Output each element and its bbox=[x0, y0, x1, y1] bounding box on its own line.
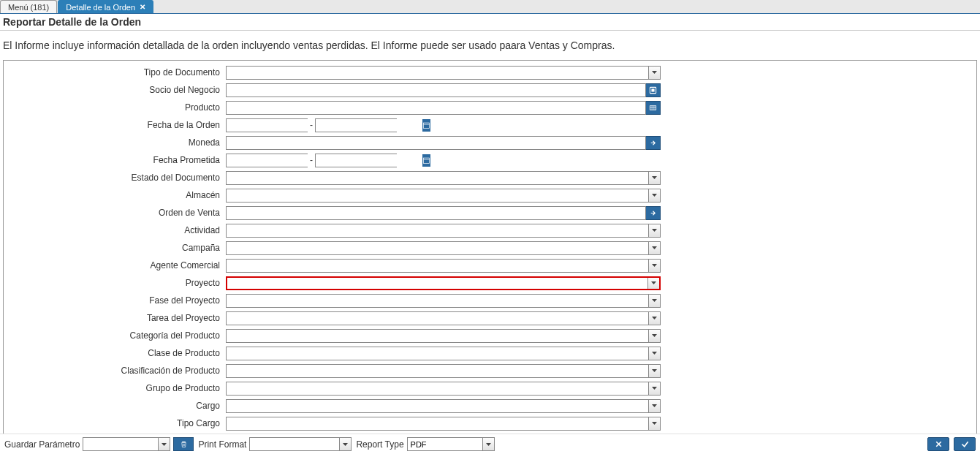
label-clasificacion-producto: Clasificación de Producto bbox=[10, 366, 226, 376]
label-producto: Producto bbox=[10, 102, 226, 113]
arrow-right-icon[interactable] bbox=[646, 136, 661, 150]
label-actividad: Actividad bbox=[10, 225, 226, 235]
chevron-down-icon[interactable] bbox=[648, 260, 660, 272]
tarea-proyecto-input[interactable] bbox=[227, 312, 648, 325]
proyecto-combo[interactable] bbox=[226, 276, 661, 290]
label-tipo-documento: Tipo de Documento bbox=[10, 67, 226, 77]
chevron-down-icon[interactable] bbox=[648, 417, 660, 430]
cargo-input[interactable] bbox=[227, 400, 648, 412]
guardar-parametro-combo[interactable] bbox=[83, 437, 170, 451]
chevron-down-icon[interactable] bbox=[648, 382, 660, 395]
categoria-producto-input[interactable] bbox=[227, 330, 648, 342]
campana-input[interactable] bbox=[227, 242, 648, 254]
producto-combo[interactable] bbox=[226, 101, 646, 115]
chevron-down-icon[interactable] bbox=[648, 400, 660, 412]
proyecto-input[interactable] bbox=[227, 278, 647, 289]
tab-label: Detalle de la Orden bbox=[66, 3, 135, 12]
chevron-down-icon[interactable] bbox=[647, 278, 659, 289]
calendar-icon[interactable] bbox=[422, 154, 430, 167]
actividad-combo[interactable] bbox=[226, 224, 661, 238]
ok-button[interactable] bbox=[954, 437, 976, 451]
svg-rect-12 bbox=[423, 158, 429, 164]
delete-button[interactable] bbox=[173, 437, 194, 451]
tipo-documento-input[interactable] bbox=[227, 67, 648, 79]
tab-label: Menú (181) bbox=[8, 3, 49, 12]
campana-combo[interactable] bbox=[226, 241, 661, 255]
moneda-input[interactable] bbox=[227, 137, 645, 149]
print-format-input[interactable] bbox=[250, 438, 339, 450]
bp-lookup-icon[interactable] bbox=[646, 83, 661, 97]
chevron-down-icon[interactable] bbox=[482, 438, 494, 450]
chevron-down-icon[interactable] bbox=[648, 67, 660, 79]
label-fecha-orden: Fecha de la Orden bbox=[10, 120, 226, 130]
label-categoria-producto: Categoría del Producto bbox=[10, 330, 226, 341]
print-format-combo[interactable] bbox=[249, 437, 352, 451]
grupo-producto-combo[interactable] bbox=[226, 382, 661, 396]
moneda-combo[interactable] bbox=[226, 136, 646, 150]
fase-proyecto-input[interactable] bbox=[227, 295, 648, 307]
label-moneda: Moneda bbox=[10, 137, 226, 148]
cargo-combo[interactable] bbox=[226, 399, 661, 413]
clasificacion-producto-input[interactable] bbox=[227, 365, 648, 377]
estado-documento-combo[interactable] bbox=[226, 171, 661, 185]
arrow-right-icon[interactable] bbox=[646, 206, 661, 220]
label-fase-proyecto: Fase del Proyecto bbox=[10, 295, 226, 306]
fecha-orden-to[interactable] bbox=[315, 118, 397, 132]
chevron-down-icon[interactable] bbox=[648, 295, 660, 307]
producto-input[interactable] bbox=[227, 102, 645, 114]
fecha-prometida-to-input[interactable] bbox=[316, 154, 422, 167]
chevron-down-icon[interactable] bbox=[648, 330, 660, 342]
tipo-cargo-combo[interactable] bbox=[226, 417, 661, 431]
guardar-parametro-input[interactable] bbox=[83, 438, 158, 450]
close-icon[interactable]: ✕ bbox=[140, 3, 145, 11]
product-lookup-icon[interactable] bbox=[646, 101, 661, 115]
orden-venta-combo[interactable] bbox=[226, 206, 646, 220]
clasificacion-producto-combo[interactable] bbox=[226, 364, 661, 378]
chevron-down-icon[interactable] bbox=[648, 242, 660, 254]
fecha-prometida-from[interactable] bbox=[226, 154, 308, 167]
socio-negocio-input[interactable] bbox=[227, 84, 645, 97]
chevron-down-icon[interactable] bbox=[648, 365, 660, 377]
cancel-button[interactable] bbox=[927, 437, 949, 451]
chevron-down-icon[interactable] bbox=[648, 189, 660, 202]
chevron-down-icon[interactable] bbox=[648, 224, 660, 237]
chevron-down-icon[interactable] bbox=[339, 438, 351, 450]
calendar-icon[interactable] bbox=[422, 119, 430, 132]
label-socio-negocio: Socio del Negocio bbox=[10, 85, 226, 95]
report-type-input[interactable] bbox=[408, 438, 482, 450]
chevron-down-icon[interactable] bbox=[648, 312, 660, 325]
clase-producto-combo[interactable] bbox=[226, 347, 661, 360]
tab-strip: Menú (181) Detalle de la Orden ✕ bbox=[0, 0, 980, 14]
estado-documento-input[interactable] bbox=[227, 172, 648, 184]
clase-producto-input[interactable] bbox=[227, 347, 648, 360]
grupo-producto-input[interactable] bbox=[227, 382, 648, 395]
chevron-down-icon[interactable] bbox=[648, 172, 660, 184]
svg-rect-1 bbox=[651, 88, 654, 91]
fecha-orden-to-input[interactable] bbox=[316, 119, 422, 132]
report-type-combo[interactable] bbox=[407, 437, 495, 451]
tab-detalle-orden[interactable]: Detalle de la Orden ✕ bbox=[58, 0, 153, 13]
chevron-down-icon[interactable] bbox=[648, 347, 660, 360]
tab-menu[interactable]: Menú (181) bbox=[0, 0, 57, 13]
chevron-down-icon[interactable] bbox=[158, 438, 170, 450]
orden-venta-input[interactable] bbox=[227, 207, 645, 219]
categoria-producto-combo[interactable] bbox=[226, 329, 661, 343]
tarea-proyecto-combo[interactable] bbox=[226, 311, 661, 325]
tipo-cargo-input[interactable] bbox=[227, 417, 648, 430]
fase-proyecto-combo[interactable] bbox=[226, 294, 661, 308]
date-separator: - bbox=[308, 155, 315, 165]
page-description: El Informe incluye información detallada… bbox=[0, 31, 980, 60]
agente-comercial-input[interactable] bbox=[227, 260, 648, 272]
almacen-combo[interactable] bbox=[226, 189, 661, 203]
tipo-documento-combo[interactable] bbox=[226, 66, 661, 80]
label-guardar-parametro: Guardar Parámetro bbox=[4, 439, 80, 450]
agente-comercial-combo[interactable] bbox=[226, 259, 661, 273]
label-orden-venta: Orden de Venta bbox=[10, 208, 226, 218]
fecha-orden-from[interactable] bbox=[226, 118, 308, 132]
actividad-input[interactable] bbox=[227, 224, 648, 237]
label-tipo-cargo: Tipo Cargo bbox=[10, 418, 226, 428]
socio-negocio-combo[interactable] bbox=[226, 83, 646, 97]
almacen-input[interactable] bbox=[227, 189, 648, 202]
fecha-prometida-to[interactable] bbox=[315, 154, 397, 167]
label-fecha-prometida: Fecha Prometida bbox=[10, 155, 226, 165]
